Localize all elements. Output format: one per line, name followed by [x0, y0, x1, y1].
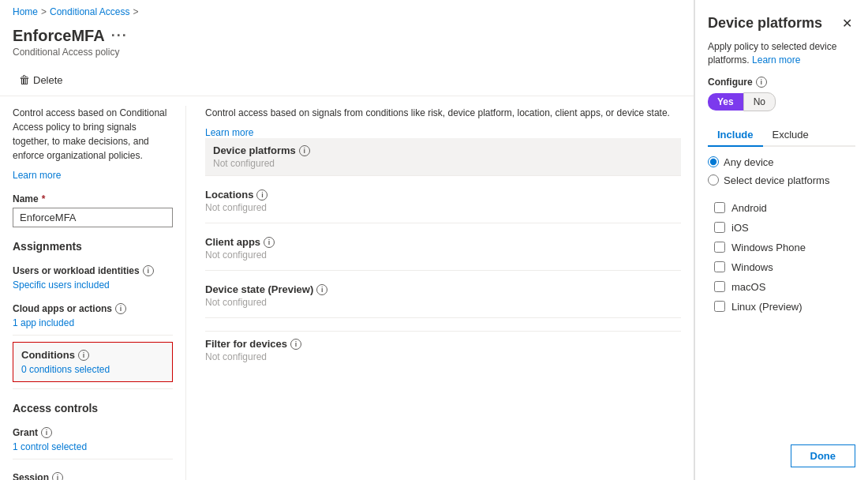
- configure-info-icon[interactable]: i: [756, 77, 767, 88]
- conditions-value: 0 conditions selected: [21, 364, 164, 375]
- macos-label: macOS: [731, 281, 765, 293]
- client-apps-info-icon[interactable]: i: [264, 237, 275, 248]
- close-button[interactable]: ✕: [839, 13, 855, 34]
- name-required: *: [42, 193, 46, 204]
- left-column: Control access based on Conditional Acce…: [13, 106, 186, 480]
- windows-phone-label: Windows Phone: [731, 242, 806, 253]
- device-state-value: Not configured: [205, 297, 681, 308]
- done-button[interactable]: Done: [791, 444, 856, 467]
- grant-value[interactable]: 1 control selected: [13, 441, 173, 452]
- conditions-title: Conditions i: [21, 349, 164, 361]
- configure-label: Configure i: [708, 77, 855, 88]
- checkbox-windows[interactable]: Windows: [714, 261, 855, 273]
- platform-checkboxes: Android iOS Windows Phone Windows macOS …: [714, 202, 855, 321]
- radio-any-label: Any device: [724, 156, 774, 168]
- radio-any-device[interactable]: Any device: [708, 156, 855, 168]
- ios-label: iOS: [731, 222, 749, 234]
- radio-select-input[interactable]: [708, 174, 719, 186]
- panel-header: Device platforms ✕: [708, 13, 855, 34]
- name-input[interactable]: [13, 208, 173, 227]
- users-label: Users or workload identities i: [13, 265, 173, 276]
- cloud-info-icon[interactable]: i: [115, 303, 126, 314]
- client-apps-item[interactable]: Client apps i Not configured: [205, 236, 681, 271]
- left-learn-more[interactable]: Learn more: [13, 170, 61, 181]
- tab-row: Include Exclude: [708, 124, 855, 147]
- radio-select-label: Select device platforms: [724, 174, 829, 186]
- name-label: Name *: [13, 193, 173, 204]
- radio-any-input[interactable]: [708, 156, 719, 167]
- users-info-icon[interactable]: i: [143, 265, 154, 276]
- breadcrumb-sep2: >: [133, 6, 138, 17]
- locations-value: Not configured: [205, 202, 681, 213]
- macos-checkbox[interactable]: [714, 281, 725, 292]
- device-platforms-item[interactable]: Device platforms i Not configured: [205, 138, 681, 176]
- checkbox-macos[interactable]: macOS: [714, 281, 855, 293]
- windows-phone-checkbox[interactable]: [714, 242, 725, 253]
- session-label: Session i: [13, 472, 173, 480]
- tab-include[interactable]: Include: [708, 124, 763, 147]
- right-desc: Control access based on signals from con…: [205, 106, 681, 120]
- filter-info-icon[interactable]: i: [290, 339, 301, 350]
- windows-checkbox[interactable]: [714, 261, 725, 272]
- device-state-title: Device state (Preview) i: [205, 283, 681, 295]
- left-desc: Control access based on Conditional Acce…: [13, 106, 173, 163]
- toggle-yes-button[interactable]: Yes: [708, 93, 743, 111]
- client-apps-title: Client apps i: [205, 236, 681, 248]
- grant-info-icon[interactable]: i: [41, 427, 52, 438]
- toolbar: 🗑 Delete: [0, 64, 694, 96]
- grant-label: Grant i: [13, 427, 173, 438]
- android-label: Android: [731, 202, 767, 214]
- checkbox-linux[interactable]: Linux (Preview): [714, 301, 855, 313]
- breadcrumb-home[interactable]: Home: [13, 6, 38, 17]
- linux-checkbox[interactable]: [714, 301, 725, 312]
- right-learn-more[interactable]: Learn more: [205, 127, 253, 138]
- android-checkbox[interactable]: [714, 202, 725, 213]
- conditions-box[interactable]: Conditions i 0 conditions selected: [13, 342, 173, 382]
- assignments-title: Assignments: [13, 240, 173, 253]
- device-platforms-info-icon[interactable]: i: [299, 145, 310, 156]
- breadcrumb-conditional-access[interactable]: Conditional Access: [50, 6, 129, 17]
- session-info-icon[interactable]: i: [52, 472, 63, 480]
- linux-label: Linux (Preview): [731, 301, 803, 313]
- users-value[interactable]: Specific users included: [13, 279, 173, 291]
- radio-select-platforms[interactable]: Select device platforms: [708, 174, 855, 186]
- toggle-no-button[interactable]: No: [743, 92, 776, 111]
- more-options-icon[interactable]: ···: [111, 28, 128, 44]
- locations-item[interactable]: Locations i Not configured: [205, 189, 681, 223]
- delete-button[interactable]: 🗑 Delete: [13, 70, 69, 89]
- breadcrumb-sep1: >: [41, 6, 47, 17]
- device-state-item[interactable]: Device state (Preview) i Not configured: [205, 283, 681, 318]
- radio-group: Any device Select device platforms: [708, 156, 855, 193]
- locations-info-icon[interactable]: i: [256, 189, 268, 201]
- cloud-value[interactable]: 1 app included: [13, 317, 173, 328]
- filter-value: Not configured: [205, 351, 681, 362]
- page-header: EnforceMFA ··· Conditional Access policy: [0, 24, 694, 64]
- client-apps-value: Not configured: [205, 249, 681, 261]
- access-controls-title: Access controls: [13, 402, 173, 414]
- locations-title: Locations i: [205, 189, 681, 201]
- checkbox-windows-phone[interactable]: Windows Phone: [714, 242, 855, 253]
- tab-exclude[interactable]: Exclude: [763, 124, 818, 147]
- breadcrumb: Home > Conditional Access >: [0, 0, 694, 24]
- panel-title: Device platforms: [708, 15, 822, 32]
- checkbox-ios[interactable]: iOS: [714, 222, 855, 234]
- page-subtitle: Conditional Access policy: [13, 47, 681, 58]
- right-column: Control access based on signals from con…: [186, 106, 681, 480]
- cloud-label: Cloud apps or actions i: [13, 303, 173, 314]
- windows-label: Windows: [731, 261, 773, 273]
- panel-learn-more[interactable]: Learn more: [752, 54, 800, 66]
- configure-toggle: Yes No: [708, 92, 855, 111]
- panel-footer: Done: [708, 435, 855, 467]
- device-state-info-icon[interactable]: i: [316, 284, 327, 295]
- filter-item[interactable]: Filter for devices i Not configured: [205, 338, 681, 372]
- device-platforms-title: Device platforms i: [213, 144, 673, 156]
- panel-desc: Apply policy to selected device platform…: [708, 40, 855, 67]
- trash-icon: 🗑: [19, 73, 30, 86]
- device-platforms-value: Not configured: [213, 158, 673, 169]
- main-body: Control access based on Conditional Acce…: [0, 96, 694, 480]
- checkbox-android[interactable]: Android: [714, 202, 855, 214]
- side-panel: Device platforms ✕ Apply policy to selec…: [694, 0, 868, 480]
- filter-title: Filter for devices i: [205, 338, 681, 350]
- ios-checkbox[interactable]: [714, 222, 725, 233]
- conditions-info-icon[interactable]: i: [78, 350, 89, 361]
